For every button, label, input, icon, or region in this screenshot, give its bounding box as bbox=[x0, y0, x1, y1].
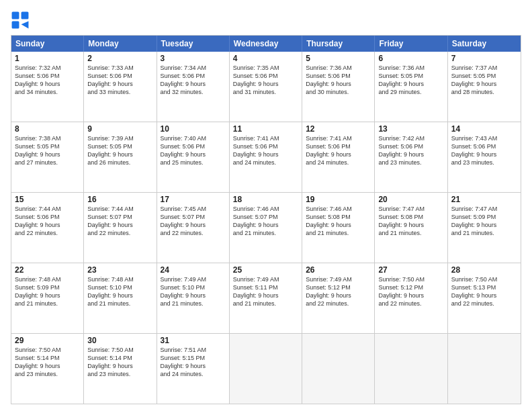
empty-cell-r4c4 bbox=[302, 334, 375, 404]
cell-info-line: Sunrise: 7:49 AM bbox=[306, 275, 371, 283]
day-cell-14: 14Sunrise: 7:43 AMSunset: 5:06 PMDayligh… bbox=[448, 122, 521, 192]
cell-info-line: Sunrise: 7:40 AM bbox=[161, 134, 226, 142]
day-number: 11 bbox=[233, 124, 298, 134]
cell-info-line: Daylight: 9 hours bbox=[233, 221, 298, 229]
weekday-header-friday: Friday bbox=[375, 36, 447, 52]
day-cell-29: 29Sunrise: 7:50 AMSunset: 5:14 PMDayligh… bbox=[11, 334, 84, 404]
calendar: SundayMondayTuesdayWednesdayThursdayFrid… bbox=[11, 35, 521, 404]
cell-info-line: Sunrise: 7:51 AM bbox=[161, 346, 226, 354]
day-cell-2: 2Sunrise: 7:33 AMSunset: 5:06 PMDaylight… bbox=[84, 52, 157, 122]
cell-info-line: and 34 minutes. bbox=[15, 88, 80, 96]
day-cell-18: 18Sunrise: 7:46 AMSunset: 5:07 PMDayligh… bbox=[230, 193, 302, 263]
calendar-row-1: 1Sunrise: 7:32 AMSunset: 5:06 PMDaylight… bbox=[11, 52, 521, 122]
day-number: 7 bbox=[451, 54, 517, 63]
cell-info-line: and 23 minutes. bbox=[451, 158, 517, 167]
cell-info-line: Daylight: 9 hours bbox=[378, 291, 443, 300]
day-number: 31 bbox=[161, 336, 226, 345]
day-cell-1: 1Sunrise: 7:32 AMSunset: 5:06 PMDaylight… bbox=[11, 52, 84, 122]
cell-info-line: Daylight: 9 hours bbox=[378, 150, 443, 158]
cell-info-line: Sunset: 5:06 PM bbox=[161, 72, 226, 80]
cell-info-line: and 25 minutes. bbox=[161, 158, 226, 167]
svg-marker-3 bbox=[21, 21, 29, 29]
day-number: 30 bbox=[87, 336, 152, 345]
cell-info-line: and 21 minutes. bbox=[378, 229, 443, 237]
cell-info-line: Sunset: 5:14 PM bbox=[87, 354, 152, 362]
day-number: 27 bbox=[378, 265, 443, 275]
cell-info-line: Sunrise: 7:44 AM bbox=[87, 205, 152, 213]
cell-info-line: Sunrise: 7:41 AM bbox=[306, 134, 371, 142]
cell-info-line: and 22 minutes. bbox=[306, 300, 371, 308]
cell-info-line: and 27 minutes. bbox=[15, 158, 80, 167]
cell-info-line: Sunrise: 7:48 AM bbox=[15, 275, 80, 283]
calendar-header: SundayMondayTuesdayWednesdayThursdayFrid… bbox=[11, 36, 521, 52]
day-number: 18 bbox=[233, 195, 298, 204]
day-cell-26: 26Sunrise: 7:49 AMSunset: 5:12 PMDayligh… bbox=[302, 263, 375, 333]
cell-info-line: Sunset: 5:06 PM bbox=[15, 213, 80, 221]
cell-info-line: and 32 minutes. bbox=[161, 88, 226, 96]
cell-info-line: Daylight: 9 hours bbox=[15, 150, 80, 158]
day-cell-15: 15Sunrise: 7:44 AMSunset: 5:06 PMDayligh… bbox=[11, 193, 84, 263]
day-cell-5: 5Sunrise: 7:36 AMSunset: 5:06 PMDaylight… bbox=[302, 52, 375, 122]
day-cell-7: 7Sunrise: 7:37 AMSunset: 5:05 PMDaylight… bbox=[448, 52, 521, 122]
cell-info-line: and 24 minutes. bbox=[306, 158, 371, 167]
cell-info-line: and 21 minutes. bbox=[15, 300, 80, 308]
cell-info-line: Sunset: 5:06 PM bbox=[87, 72, 152, 80]
cell-info-line: Sunrise: 7:36 AM bbox=[378, 64, 443, 72]
cell-info-line: Sunrise: 7:47 AM bbox=[378, 205, 443, 213]
cell-info-line: Daylight: 9 hours bbox=[233, 80, 298, 88]
cell-info-line: and 29 minutes. bbox=[378, 88, 443, 96]
day-cell-30: 30Sunrise: 7:50 AMSunset: 5:14 PMDayligh… bbox=[84, 334, 157, 404]
cell-info-line: Sunset: 5:08 PM bbox=[306, 213, 371, 221]
cell-info-line: Sunset: 5:08 PM bbox=[378, 213, 443, 221]
empty-cell-r4c6 bbox=[448, 334, 521, 404]
weekday-header-thursday: Thursday bbox=[302, 36, 375, 52]
cell-info-line: Sunset: 5:09 PM bbox=[451, 213, 517, 221]
cell-info-line: Daylight: 9 hours bbox=[161, 150, 226, 158]
weekday-header-tuesday: Tuesday bbox=[157, 36, 230, 52]
day-cell-4: 4Sunrise: 7:35 AMSunset: 5:06 PMDaylight… bbox=[230, 52, 302, 122]
cell-info-line: Daylight: 9 hours bbox=[451, 221, 517, 229]
day-number: 3 bbox=[161, 54, 226, 63]
svg-rect-1 bbox=[21, 12, 29, 19]
cell-info-line: and 22 minutes. bbox=[451, 300, 517, 308]
cell-info-line: Daylight: 9 hours bbox=[306, 80, 371, 88]
empty-cell-r4c5 bbox=[375, 334, 447, 404]
cell-info-line: Daylight: 9 hours bbox=[161, 80, 226, 88]
cell-info-line: Sunset: 5:07 PM bbox=[87, 213, 152, 221]
cell-info-line: Daylight: 9 hours bbox=[378, 80, 443, 88]
cell-info-line: and 22 minutes. bbox=[15, 229, 80, 237]
cell-info-line: Sunrise: 7:46 AM bbox=[306, 205, 371, 213]
cell-info-line: Daylight: 9 hours bbox=[306, 150, 371, 158]
day-number: 10 bbox=[161, 124, 226, 134]
cell-info-line: Daylight: 9 hours bbox=[161, 362, 226, 370]
weekday-header-saturday: Saturday bbox=[448, 36, 521, 52]
page: SundayMondayTuesdayWednesdayThursdayFrid… bbox=[0, 0, 532, 411]
logo bbox=[11, 11, 32, 30]
cell-info-line: and 21 minutes. bbox=[451, 229, 517, 237]
cell-info-line: Sunset: 5:06 PM bbox=[378, 142, 443, 150]
cell-info-line: Sunrise: 7:50 AM bbox=[15, 346, 80, 354]
cell-info-line: and 21 minutes. bbox=[161, 300, 226, 308]
cell-info-line: Sunrise: 7:50 AM bbox=[87, 346, 152, 354]
day-number: 15 bbox=[15, 195, 80, 204]
cell-info-line: Sunset: 5:06 PM bbox=[451, 142, 517, 150]
day-number: 6 bbox=[378, 54, 443, 63]
day-cell-19: 19Sunrise: 7:46 AMSunset: 5:08 PMDayligh… bbox=[302, 193, 375, 263]
day-cell-12: 12Sunrise: 7:41 AMSunset: 5:06 PMDayligh… bbox=[302, 122, 375, 192]
cell-info-line: and 24 minutes. bbox=[161, 370, 226, 378]
cell-info-line: Daylight: 9 hours bbox=[87, 221, 152, 229]
cell-info-line: and 21 minutes. bbox=[87, 300, 152, 308]
day-number: 1 bbox=[15, 54, 80, 63]
cell-info-line: Sunrise: 7:43 AM bbox=[451, 134, 517, 142]
cell-info-line: and 33 minutes. bbox=[87, 88, 152, 96]
cell-info-line: Sunset: 5:07 PM bbox=[161, 213, 226, 221]
day-cell-6: 6Sunrise: 7:36 AMSunset: 5:05 PMDaylight… bbox=[375, 52, 447, 122]
cell-info-line: Sunset: 5:12 PM bbox=[306, 283, 371, 291]
cell-info-line: Sunset: 5:05 PM bbox=[451, 72, 517, 80]
day-cell-22: 22Sunrise: 7:48 AMSunset: 5:09 PMDayligh… bbox=[11, 263, 84, 333]
day-cell-24: 24Sunrise: 7:49 AMSunset: 5:10 PMDayligh… bbox=[157, 263, 230, 333]
day-number: 24 bbox=[161, 265, 226, 275]
cell-info-line: Sunrise: 7:41 AM bbox=[233, 134, 298, 142]
day-number: 2 bbox=[87, 54, 152, 63]
cell-info-line: Sunset: 5:14 PM bbox=[15, 354, 80, 362]
